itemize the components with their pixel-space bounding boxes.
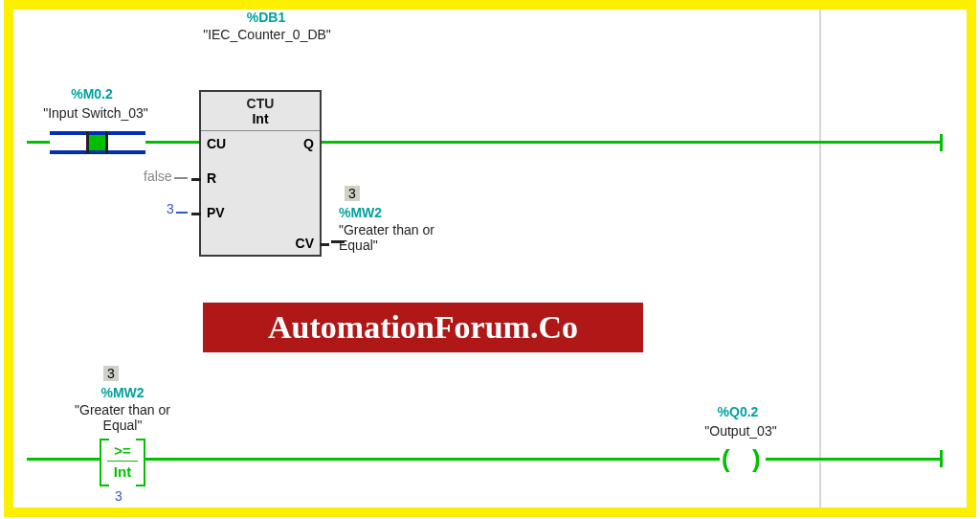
compare-address: %MW2: [84, 385, 161, 400]
wire-unpowered: [174, 177, 188, 179]
ctu-pin-cv: CV: [296, 236, 314, 251]
wire: [27, 141, 50, 144]
ctu-pin-cu: CU: [207, 136, 226, 151]
bracket: [100, 485, 109, 486]
bracket: [100, 439, 109, 440]
ctu-pin-r: R: [207, 170, 216, 186]
pin-tick: [191, 213, 201, 215]
compare-operand: 3: [115, 488, 122, 504]
ctu-pv-value: 3: [167, 201, 174, 216]
counter-db-name: "IEC_Counter_0_DB": [195, 27, 339, 42]
wire-q-output: [322, 141, 942, 144]
ctu-datatype: Int: [201, 111, 320, 131]
ctu-pin-q: Q: [303, 136, 314, 151]
page-divider: [819, 10, 821, 508]
wire-terminator: [940, 134, 943, 151]
compare-datatype: Int: [101, 463, 144, 480]
no-contact-input-switch[interactable]: [50, 131, 145, 154]
wire-value: [176, 212, 188, 214]
watermark-banner: AutomationForum.Co: [203, 303, 643, 352]
compare-operator: >=: [101, 442, 144, 459]
ctu-pin-pv: PV: [207, 205, 225, 220]
cv-live-value: 3: [345, 186, 360, 201]
output-coil-right[interactable]: ): [752, 444, 761, 474]
ctu-title: CTU: [201, 92, 320, 111]
input-switch-address: %M0.2: [44, 86, 140, 102]
wire: [145, 141, 199, 144]
bracket: [136, 485, 145, 486]
output-symbol-name: "Output_03": [683, 423, 798, 439]
bracket: [136, 439, 145, 440]
input-switch-name: "Input Switch_03": [19, 105, 172, 121]
wire: [145, 458, 720, 461]
ctu-r-value: false: [144, 169, 172, 184]
pin-tick: [191, 178, 201, 181]
counter-db-address: %DB1: [218, 10, 314, 25]
wire: [766, 458, 942, 461]
output-coil-left[interactable]: (: [722, 444, 730, 474]
contact-power-flow: [89, 135, 105, 150]
cv-address: %MW2: [339, 205, 406, 220]
compare-ge-block[interactable]: >= Int: [100, 439, 145, 486]
compare-live-value: 3: [103, 366, 119, 381]
wire-terminator: [940, 450, 943, 467]
diagram-canvas: %DB1 "IEC_Counter_0_DB" %M0.2 "Input Swi…: [13, 10, 967, 508]
compare-symbol-name: "Greater than or Equal": [65, 402, 180, 433]
cv-symbol-name: "Greater than or Equal": [339, 222, 454, 253]
wire: [27, 458, 100, 461]
ctu-counter-block[interactable]: CTU Int CU Q R PV CV: [199, 90, 322, 257]
output-address: %Q0.2: [695, 404, 781, 419]
pin-tick: [320, 243, 329, 246]
divider: [107, 461, 138, 462]
